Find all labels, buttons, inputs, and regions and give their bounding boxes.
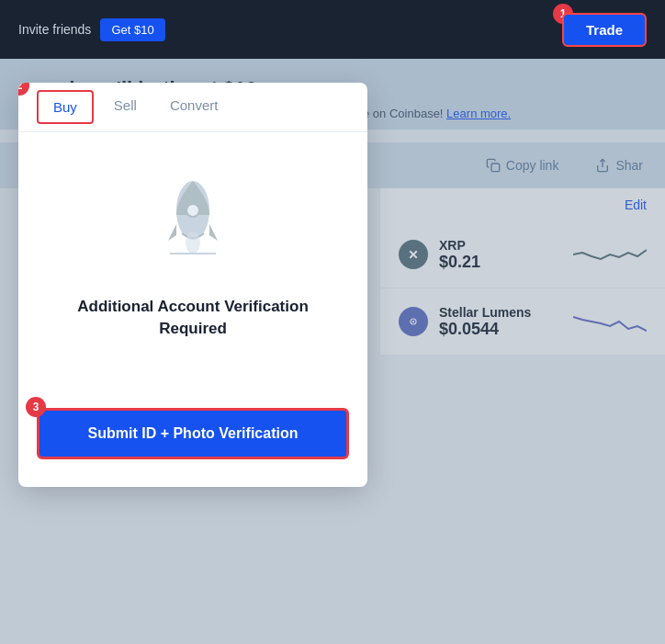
invite-text: Invite friends bbox=[18, 22, 91, 37]
verification-title: Additional Account Verification Required bbox=[46, 296, 340, 340]
modal-tabs: 2 Buy Sell Convert bbox=[18, 83, 367, 132]
modal-tab-sell[interactable]: Sell bbox=[97, 83, 153, 131]
invite-section: Invite friends Get $10 bbox=[18, 18, 165, 41]
badge-3: 3 bbox=[26, 397, 46, 417]
modal-footer: 3 Submit ID + Photo Verification bbox=[18, 390, 367, 487]
badge-2: 2 bbox=[18, 83, 29, 96]
modal-body: Additional Account Verification Required bbox=[18, 132, 367, 390]
svg-point-10 bbox=[186, 232, 200, 254]
svg-point-9 bbox=[186, 204, 199, 217]
get-10-button[interactable]: Get $10 bbox=[100, 18, 164, 41]
submit-verification-button[interactable]: Submit ID + Photo Verification bbox=[37, 408, 349, 459]
modal-tab-convert[interactable]: Convert bbox=[153, 83, 235, 131]
top-nav: Invite friends Get $10 1 Trade bbox=[0, 0, 665, 59]
modal-card: 2 Buy Sell Convert bbox=[18, 83, 367, 487]
trade-btn-wrapper: 1 Trade bbox=[562, 13, 647, 47]
modal-tab-buy[interactable]: Buy bbox=[37, 90, 94, 124]
trade-button[interactable]: Trade bbox=[562, 13, 647, 47]
rocket-icon bbox=[152, 169, 234, 274]
